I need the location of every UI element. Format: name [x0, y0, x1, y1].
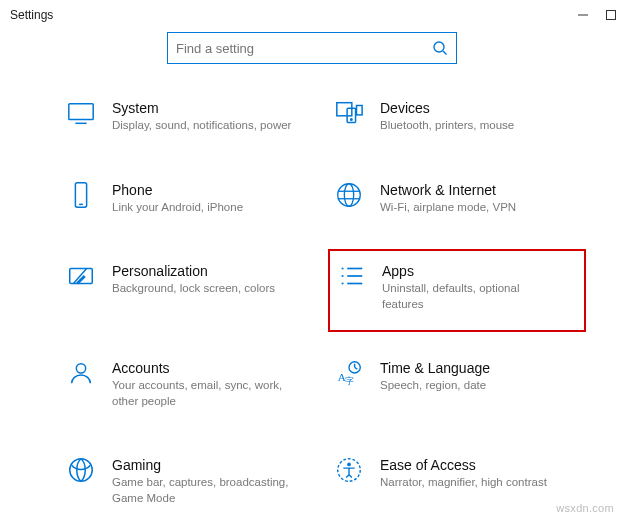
tile-subtitle: Narrator, magnifier, high contrast [380, 475, 547, 491]
svg-line-26 [355, 367, 358, 369]
tile-subtitle: Uninstall, defaults, optional features [382, 281, 562, 312]
minimize-button[interactable] [576, 8, 590, 22]
tile-title: Network & Internet [380, 182, 516, 198]
tile-ease-of-access[interactable]: Ease of Access Narrator, magnifier, high… [328, 451, 586, 510]
search-icon [432, 40, 448, 56]
settings-grid: System Display, sound, notifications, po… [0, 94, 624, 510]
tile-network[interactable]: Network & Internet Wi-Fi, airplane mode,… [328, 176, 586, 220]
svg-rect-1 [607, 11, 616, 20]
svg-point-12 [338, 183, 361, 206]
svg-rect-4 [69, 104, 93, 120]
gaming-icon [66, 455, 96, 485]
tile-title: System [112, 100, 291, 116]
tile-title: Accounts [112, 360, 292, 376]
tile-subtitle: Link your Android, iPhone [112, 200, 243, 216]
tile-subtitle: Game bar, captures, broadcasting, Game M… [112, 475, 292, 506]
tile-system[interactable]: System Display, sound, notifications, po… [60, 94, 318, 138]
search-container [0, 32, 624, 64]
tile-subtitle: Display, sound, notifications, power [112, 118, 291, 134]
devices-icon [334, 98, 364, 128]
tile-time-language[interactable]: A字 Time & Language Speech, region, date [328, 354, 586, 413]
tile-title: Time & Language [380, 360, 490, 376]
tile-subtitle: Wi-Fi, airplane mode, VPN [380, 200, 516, 216]
tile-subtitle: Your accounts, email, sync, work, other … [112, 378, 292, 409]
search-input[interactable] [176, 41, 432, 56]
tile-apps[interactable]: Apps Uninstall, defaults, optional featu… [328, 249, 586, 332]
phone-icon [66, 180, 96, 210]
titlebar: Settings [0, 0, 624, 30]
tile-title: Apps [382, 263, 562, 279]
tile-devices[interactable]: Devices Bluetooth, printers, mouse [328, 94, 586, 138]
svg-point-23 [76, 364, 85, 373]
system-icon [66, 98, 96, 128]
maximize-button[interactable] [604, 8, 618, 22]
window-title: Settings [10, 8, 53, 22]
ease-of-access-icon [334, 455, 364, 485]
tile-accounts[interactable]: Accounts Your accounts, email, sync, wor… [60, 354, 318, 413]
tile-phone[interactable]: Phone Link your Android, iPhone [60, 176, 318, 220]
svg-point-2 [434, 42, 444, 52]
tile-personalization[interactable]: Personalization Background, lock screen,… [60, 257, 318, 316]
tile-title: Phone [112, 182, 243, 198]
svg-point-31 [347, 463, 351, 467]
svg-text:字: 字 [345, 376, 354, 386]
search-box[interactable] [167, 32, 457, 64]
svg-point-13 [344, 183, 353, 206]
svg-rect-6 [337, 103, 352, 116]
svg-line-3 [443, 51, 447, 55]
window-controls [576, 8, 618, 22]
personalization-icon [66, 261, 96, 291]
apps-icon [336, 261, 366, 291]
tile-subtitle: Bluetooth, printers, mouse [380, 118, 514, 134]
svg-rect-8 [357, 106, 363, 115]
time-language-icon: A字 [334, 358, 364, 388]
accounts-icon [66, 358, 96, 388]
tile-title: Gaming [112, 457, 292, 473]
tile-gaming[interactable]: Gaming Game bar, captures, broadcasting,… [60, 451, 318, 510]
tile-subtitle: Speech, region, date [380, 378, 490, 394]
tile-title: Devices [380, 100, 514, 116]
network-icon [334, 180, 364, 210]
svg-rect-10 [75, 182, 86, 206]
tile-title: Personalization [112, 263, 275, 279]
tile-title: Ease of Access [380, 457, 547, 473]
svg-point-9 [351, 119, 353, 121]
tile-subtitle: Background, lock screen, colors [112, 281, 275, 297]
watermark: wsxdn.com [556, 502, 614, 514]
